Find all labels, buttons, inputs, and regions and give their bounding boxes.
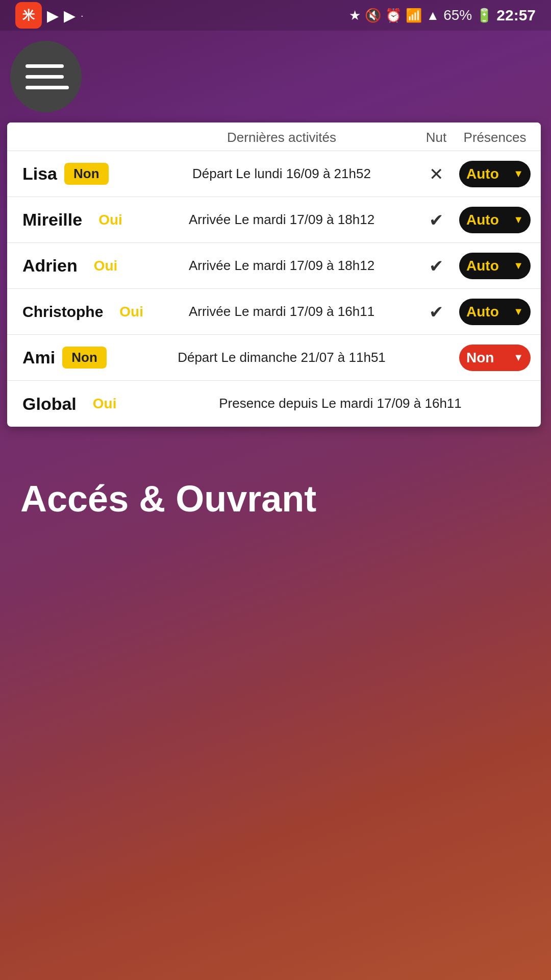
presences-table-card: Dernières activités Nut Présences Lisa N… [7,122,541,427]
person-name-ami: Ami [17,348,55,368]
presence-label-ami: Non [466,350,494,366]
header-area [0,31,551,122]
presence-dropdown-ami[interactable]: Non ▼ [459,345,531,371]
bluetooth-icon: ★ [349,8,361,23]
dropdown-arrow-christophe: ▼ [513,306,523,317]
table-row: Ami Non Départ Le dimanche 21/07 à 11h51… [7,335,541,381]
status-bar-right: ★ 🔇 ⏰ 📶 ▲ 65% 🔋 22:57 [349,7,536,24]
activity-mireille: Arrivée Le mardi 17/09 à 18h12 [145,211,418,229]
name-status-cell-global: Global Oui [12,393,145,415]
bottom-section: Accés & Ouvrant [0,447,551,550]
name-status-cell-lisa: Lisa Non [12,163,145,185]
dot-separator: · [81,10,84,21]
app-icon-youtube2: ▶ [64,7,76,24]
status-badge-global: Oui [84,393,126,415]
name-status-cell-mireille: Mireille Oui [12,209,145,231]
presence-cell-ami: Non ▼ [454,345,536,371]
hamburger-line-1 [26,64,64,68]
activity-ami: Départ Le dimanche 21/07 à 11h51 [145,349,418,366]
app-icon-youtube: ▶ [47,7,59,24]
person-name-global: Global [17,394,77,414]
section-title-acces: Accés & Ouvrant [20,478,531,520]
presence-cell-christophe: Auto ▼ [454,299,536,325]
presence-dropdown-adrien[interactable]: Auto ▼ [459,253,531,279]
table-row-global: Global Oui Presence depuis Le mardi 17/0… [7,381,541,427]
table-header: Dernières activités Nut Présences [7,122,541,151]
nut-check-icon-mireille: ✔ [429,210,443,230]
dropdown-arrow-ami: ▼ [513,352,523,363]
status-badge-mireille: Oui [89,209,132,231]
nut-x-icon-lisa: ✕ [429,164,443,184]
activity-adrien: Arrivée Le mardi 17/09 à 18h12 [145,257,418,275]
status-bar: 米 ▶ ▶ · ★ 🔇 ⏰ 📶 ▲ 65% 🔋 22:57 [0,0,551,31]
name-status-cell-adrien: Adrien Oui [12,255,145,277]
person-name-mireille: Mireille [17,210,82,230]
dropdown-arrow-lisa: ▼ [513,168,523,180]
presence-cell-mireille: Auto ▼ [454,207,536,233]
activity-global: Presence depuis Le mardi 17/09 à 16h11 [145,395,536,412]
app-icon-mi: 米 [15,2,42,29]
hamburger-line-2 [26,75,64,79]
table-row: Adrien Oui Arrivée Le mardi 17/09 à 18h1… [7,243,541,289]
name-status-cell-ami: Ami Non [12,347,145,369]
wifi-icon: 📶 [406,8,422,23]
alarm-icon: ⏰ [385,8,402,23]
hamburger-line-3 [26,86,69,89]
person-name-christophe: Christophe [17,303,103,321]
col-header-name [12,130,145,145]
status-badge-lisa: Non [64,163,109,185]
presence-dropdown-lisa[interactable]: Auto ▼ [459,161,531,187]
presence-label-christophe: Auto [466,304,499,320]
hamburger-menu-button[interactable] [10,41,82,112]
col-header-presences: Présences [454,130,536,145]
nut-adrien: ✔ [418,256,454,276]
nut-mireille: ✔ [418,210,454,230]
presence-dropdown-christophe[interactable]: Auto ▼ [459,299,531,325]
presence-cell-lisa: Auto ▼ [454,161,536,187]
person-name-lisa: Lisa [17,164,57,184]
presence-label-mireille: Auto [466,212,499,228]
presence-label-lisa: Auto [466,166,499,182]
nut-lisa: ✕ [418,164,454,184]
dropdown-arrow-adrien: ▼ [513,260,523,272]
table-row: Mireille Oui Arrivée Le mardi 17/09 à 18… [7,197,541,243]
nut-check-icon-christophe: ✔ [429,302,443,322]
col-header-activity: Dernières activités [145,130,418,145]
table-row: Lisa Non Départ Le lundi 16/09 à 21h52 ✕… [7,151,541,197]
presence-dropdown-mireille[interactable]: Auto ▼ [459,207,531,233]
mute-icon: 🔇 [365,8,381,23]
battery-percent: 65% [443,7,472,23]
nut-christophe: ✔ [418,302,454,322]
activity-christophe: Arrivée Le mardi 17/09 à 16h11 [145,303,418,321]
person-name-adrien: Adrien [17,256,78,276]
signal-icon: ▲ [426,8,439,23]
status-badge-adrien: Oui [85,255,127,277]
presence-label-adrien: Auto [466,258,499,274]
name-status-cell-christophe: Christophe Oui [12,301,145,323]
activity-lisa: Départ Le lundi 16/09 à 21h52 [145,165,418,183]
presence-cell-adrien: Auto ▼ [454,253,536,279]
col-header-nut: Nut [418,130,454,145]
status-bar-left: 米 ▶ ▶ · [15,2,84,29]
nut-check-icon-adrien: ✔ [429,256,443,276]
dropdown-arrow-mireille: ▼ [513,214,523,226]
status-badge-ami: Non [62,347,107,369]
battery-icon: 🔋 [476,8,492,23]
time-display: 22:57 [496,7,536,24]
table-row: Christophe Oui Arrivée Le mardi 17/09 à … [7,289,541,335]
